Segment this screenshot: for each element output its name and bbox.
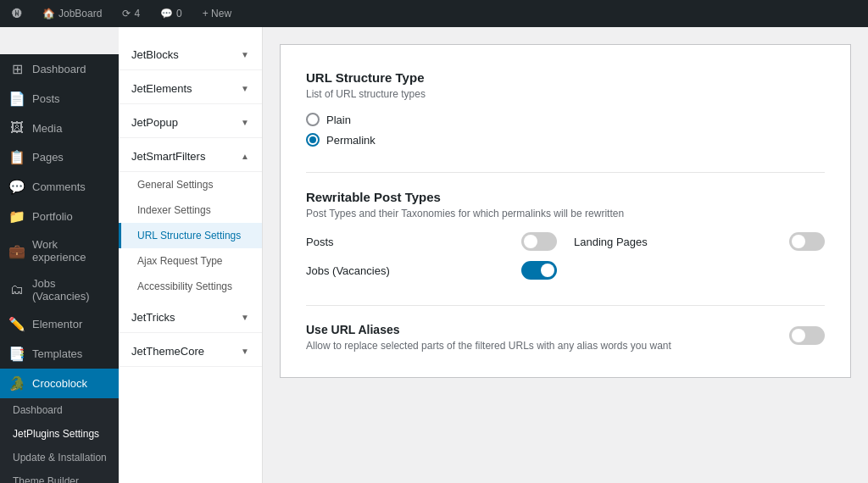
crocoblock-section: 🐊 Crocoblock Dashboard JetPlugins Settin…: [0, 369, 119, 483]
rewritable-posts: Posts: [306, 232, 557, 251]
jetthemecore-header[interactable]: JetThemeCore ▼: [119, 336, 262, 367]
rewritable-post-types-title: Rewritable Post Types: [306, 190, 825, 204]
jetelements-arrow: ▼: [241, 84, 249, 93]
templates-icon: 📑: [8, 346, 25, 362]
new-content[interactable]: + New: [198, 0, 236, 27]
jetblocks-section: JetBlocks ▼: [119, 40, 262, 70]
rewritable-jobs-label: Jobs (Vacancies): [306, 264, 390, 277]
rewritable-grid: Posts Landing Pages Jobs (Vacancies): [306, 232, 825, 280]
updates[interactable]: ⟳ 4: [117, 0, 145, 27]
sidebar: ⊞ Dashboard 📄 Posts 🖼 Media 📋 Pages 💬 Co…: [0, 54, 119, 483]
alias-text: Use URL Aliases Allow to replace selecte…: [306, 323, 671, 352]
jetsmartfilters-section: JetSmartFilters ▲ General Settings Index…: [119, 142, 262, 299]
home-icon: 🏠: [42, 8, 55, 19]
divider-2: [306, 305, 825, 306]
site-name[interactable]: 🏠 JobBoard: [37, 0, 107, 27]
alias-desc: Allow to replace selected parts of the f…: [306, 340, 671, 352]
alias-header: Use URL Aliases Allow to replace selecte…: [306, 323, 825, 352]
sidebar-item-posts[interactable]: 📄 Posts: [0, 84, 119, 114]
rewritable-jobs-toggle[interactable]: [521, 261, 557, 280]
general-settings-item[interactable]: General Settings: [119, 172, 262, 197]
url-aliases-section: Use URL Aliases Allow to replace selecte…: [306, 323, 825, 352]
url-aliases-toggle[interactable]: [789, 326, 825, 345]
jetsmartfilters-arrow: ▲: [241, 152, 249, 161]
sidebar-item-dashboard[interactable]: ⊞ Dashboard: [0, 54, 119, 84]
left-panel: JetBlocks ▼ JetElements ▼ JetPopup ▼ Jet…: [119, 27, 263, 483]
jetpopup-section: JetPopup ▼: [119, 108, 262, 138]
url-structure-settings-item[interactable]: URL Structure Settings: [119, 223, 262, 248]
radio-permalink-input[interactable]: [306, 133, 320, 147]
sidebar-item-elementor[interactable]: ✏️ Elementor: [0, 309, 119, 339]
url-structure-type-section: URL Structure Type List of URL structure…: [306, 70, 825, 147]
rewritable-post-types-desc: Post Types and their Taxonomies for whic…: [306, 208, 825, 219]
jetthemecore-arrow: ▼: [241, 347, 249, 356]
ajax-request-type-item[interactable]: Ajax Request Type: [119, 248, 262, 274]
url-structure-type-title: URL Structure Type: [306, 70, 825, 85]
radio-plain-label: Plain: [326, 114, 351, 126]
radio-plain[interactable]: Plain: [306, 113, 825, 126]
sidebar-item-work-experience[interactable]: 💼 Work experience: [0, 231, 119, 270]
jetelements-section: JetElements ▼: [119, 74, 262, 104]
url-structure-type-desc: List of URL structure types: [306, 88, 825, 100]
work-experience-icon: 💼: [8, 243, 25, 259]
radio-permalink-label: Permalink: [326, 134, 376, 147]
url-structure-radio-group: Plain Permalink: [306, 113, 825, 147]
pages-icon: 📋: [8, 149, 25, 165]
rewritable-landing-pages-label: Landing Pages: [574, 236, 648, 248]
sidebar-item-pages[interactable]: 📋 Pages: [0, 142, 119, 172]
crocoblock-icon: 🐊: [8, 375, 25, 391]
rewritable-posts-label: Posts: [306, 236, 334, 248]
sidebar-sub-jetplugins[interactable]: JetPlugins Settings: [0, 422, 119, 446]
divider-1: [306, 172, 825, 173]
settings-card: URL Structure Type List of URL structure…: [280, 44, 851, 378]
main-wrapper: ⊞ Dashboard 📄 Posts 🖼 Media 📋 Pages 💬 Co…: [0, 27, 868, 483]
rewritable-landing-pages-toggle[interactable]: [789, 232, 825, 251]
rewritable-posts-toggle[interactable]: [521, 232, 557, 251]
jetpopup-header[interactable]: JetPopup ▼: [119, 108, 262, 138]
comments-icon: 💬: [8, 179, 25, 195]
elementor-icon: ✏️: [8, 316, 25, 332]
dashboard-icon: ⊞: [8, 61, 25, 77]
wp-logo[interactable]: 🅦: [7, 0, 27, 27]
sidebar-item-jobs[interactable]: 🗂 Jobs (Vacancies): [0, 270, 119, 309]
sidebar-item-portfolio[interactable]: 📁 Portfolio: [0, 202, 119, 231]
portfolio-icon: 📁: [8, 208, 25, 225]
alias-title: Use URL Aliases: [306, 323, 671, 336]
media-icon: 🖼: [8, 120, 25, 136]
jetpopup-arrow: ▼: [241, 118, 249, 127]
content-area: URL Structure Type List of URL structure…: [263, 27, 868, 483]
comments-icon: 💬: [160, 8, 173, 19]
radio-permalink[interactable]: Permalink: [306, 133, 825, 147]
sidebar-sub-update[interactable]: Update & Installation: [0, 446, 119, 469]
crocoblock-header[interactable]: 🐊 Crocoblock: [0, 369, 119, 398]
updates-icon: ⟳: [122, 8, 131, 19]
jetsmartfilters-header[interactable]: JetSmartFilters ▲: [119, 142, 262, 172]
rewritable-landing-pages: Landing Pages: [574, 232, 825, 251]
jettricks-arrow: ▼: [241, 313, 249, 322]
rewritable-post-types-section: Rewritable Post Types Post Types and the…: [306, 190, 825, 280]
sidebar-item-templates[interactable]: 📑 Templates: [0, 339, 119, 369]
admin-bar: 🅦 🏠 JobBoard ⟳ 4 💬 0 + New: [0, 0, 868, 27]
sidebar-item-media[interactable]: 🖼 Media: [0, 114, 119, 142]
sidebar-sub-dashboard[interactable]: Dashboard: [0, 398, 119, 422]
jetthemecore-section: JetThemeCore ▼: [119, 336, 262, 367]
jettricks-section: JetTricks ▼: [119, 303, 262, 333]
rewritable-jobs: Jobs (Vacancies): [306, 261, 557, 280]
jettricks-header[interactable]: JetTricks ▼: [119, 303, 262, 333]
jetblocks-header[interactable]: JetBlocks ▼: [119, 40, 262, 70]
comments[interactable]: 💬 0: [155, 0, 187, 27]
sidebar-sub-theme-builder[interactable]: Theme Builder: [0, 469, 119, 483]
jetblocks-arrow: ▼: [241, 50, 249, 59]
sidebar-item-comments[interactable]: 💬 Comments: [0, 172, 119, 202]
posts-icon: 📄: [8, 91, 25, 107]
radio-plain-input[interactable]: [306, 113, 320, 126]
accessibility-settings-item[interactable]: Accessibility Settings: [119, 274, 262, 299]
wp-icon: 🅦: [12, 8, 22, 19]
jetelements-header[interactable]: JetElements ▼: [119, 74, 262, 104]
jobs-icon: 🗂: [8, 282, 25, 297]
indexer-settings-item[interactable]: Indexer Settings: [119, 197, 262, 223]
